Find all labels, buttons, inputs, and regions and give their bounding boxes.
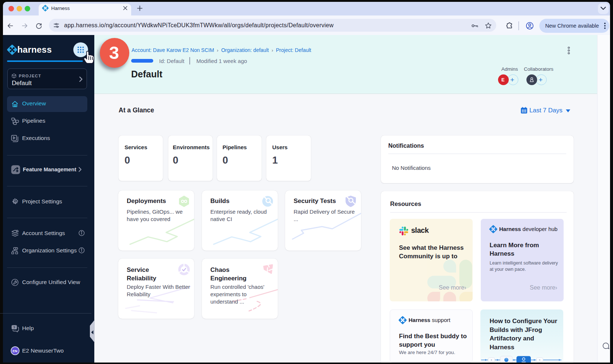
svg-text:?: ? <box>13 326 15 329</box>
